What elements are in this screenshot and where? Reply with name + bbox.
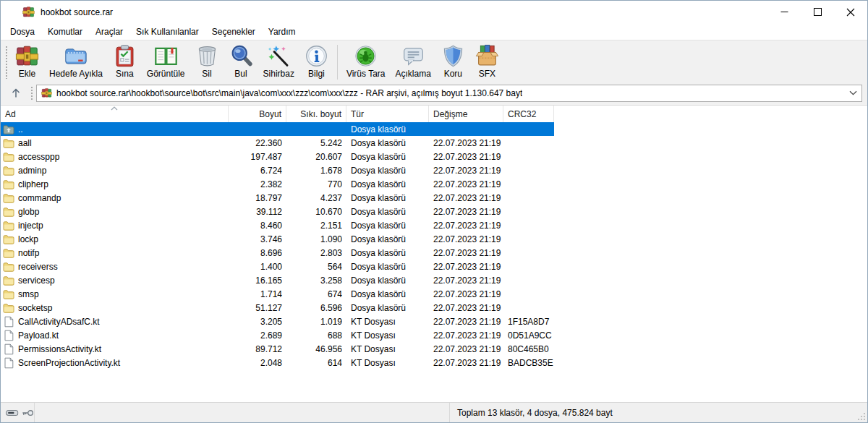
toolbar-button-label: Bul — [234, 69, 247, 79]
file-row-smsp[interactable]: smsp1.714674Dosya klasörü22.07.2023 21:1… — [1, 287, 554, 301]
column-header-ad[interactable]: Ad — [1, 106, 229, 122]
menu-item-se-enekler[interactable]: Seçenekler — [205, 25, 262, 39]
file-row-screenprojectionactivity-kt[interactable]: ScreenProjectionActivity.kt2.048614KT Do… — [1, 356, 554, 369]
type-text: Dosya klasörü — [351, 124, 406, 134]
file-row-clipherp[interactable]: clipherp2.382770Dosya klasörü22.07.2023 … — [1, 177, 554, 191]
file-row-payload-kt[interactable]: Payload.kt2.689688KT Dosyası22.07.2023 2… — [1, 328, 554, 342]
chevron-down-icon[interactable] — [849, 90, 857, 95]
toolbar-button-hedefe-ay-kla[interactable]: Hedefe Ayıkla — [44, 42, 108, 82]
file-row-commandp[interactable]: commandp18.7974.237Dosya klasörü22.07.20… — [1, 191, 554, 205]
name-text: lockp — [18, 234, 38, 244]
type-text: Dosya klasörü — [351, 248, 406, 258]
disk-icon[interactable] — [6, 408, 19, 418]
toolbar-button-label: Sına — [116, 69, 134, 79]
modified-cell: 22.07.2023 21:19 — [429, 260, 503, 273]
crc-cell: 1F15A8D7 — [503, 315, 554, 328]
column-header-boyut[interactable]: Boyut — [229, 106, 286, 122]
size-text: 8.696 — [260, 248, 282, 258]
file-row-receiverss[interactable]: receiverss1.400564Dosya klasörü22.07.202… — [1, 260, 554, 273]
file-row-adminp[interactable]: adminp6.7241.678Dosya klasörü22.07.2023 … — [1, 163, 554, 177]
file-row-aall[interactable]: aall22.3605.242Dosya klasörü22.07.2023 2… — [1, 136, 554, 150]
type-text: KT Dosyası — [351, 358, 396, 368]
file-row-permissionsactivity-kt[interactable]: PermissionsActivity.kt89.71246.956KT Dos… — [1, 342, 554, 356]
menu-item-ara-lar[interactable]: Araçlar — [89, 25, 129, 39]
resize-grip[interactable] — [856, 411, 866, 421]
toolbar-button-vir-s-tara[interactable]: Virüs Tara — [341, 42, 391, 82]
toolbar-button-a-klama[interactable]: Açıklama — [390, 42, 435, 82]
modified-text: 22.07.2023 21:19 — [433, 262, 501, 272]
type-text: Dosya klasörü — [351, 275, 406, 286]
modified-text: 22.07.2023 21:19 — [433, 303, 501, 313]
name-cell: ScreenProjectionActivity.kt — [1, 356, 229, 369]
name-text: socketsp — [18, 303, 52, 313]
column-header-de-i-me[interactable]: Değişme — [429, 106, 503, 122]
modified-text: 22.07.2023 21:19 — [433, 248, 501, 258]
size-cell: 18.797 — [229, 191, 286, 205]
folder-icon — [3, 234, 14, 245]
up-one-level-button[interactable] — [4, 85, 28, 102]
key-icon[interactable] — [22, 408, 35, 418]
packed-cell: 10.670 — [286, 205, 346, 218]
toolbar-button-s-na[interactable]: Sına — [108, 42, 142, 82]
name-text: accessppp — [18, 152, 59, 162]
packed-cell: 1.090 — [286, 232, 346, 246]
modified-cell: 22.07.2023 21:19 — [429, 342, 503, 356]
view-icon — [154, 44, 178, 68]
toolbar-gripper[interactable] — [5, 46, 8, 79]
name-cell: notifp — [1, 246, 229, 260]
file-row-notifp[interactable]: notifp8.6962.803Dosya klasörü22.07.2023 … — [1, 246, 554, 260]
file-row-globp[interactable]: globp39.11210.670Dosya klasörü22.07.2023… — [1, 205, 554, 218]
crc-cell — [503, 218, 554, 232]
sfx-icon — [475, 44, 499, 68]
size-text: 1.714 — [260, 289, 282, 299]
maximize-button[interactable] — [801, 1, 834, 23]
modified-text: 22.07.2023 21:19 — [433, 275, 501, 286]
minimize-button[interactable] — [767, 1, 801, 23]
address-combobox[interactable]: hookbot source.rar\hookbot\source\bot\sr… — [36, 85, 862, 102]
menu-item-dosya[interactable]: Dosya — [4, 25, 41, 39]
toolbar-button-bilgi[interactable]: Bilgi — [299, 42, 333, 82]
toolbar-button-sfx[interactable]: SFX — [470, 42, 504, 82]
type-cell: Dosya klasörü — [346, 260, 429, 273]
packed-cell: 5.242 — [286, 136, 346, 150]
address-bar-gripper[interactable] — [30, 86, 33, 101]
toolbar-button-sil[interactable]: Sil — [190, 42, 224, 82]
column-header-t-r[interactable]: Tür — [346, 106, 429, 122]
toolbar-button-label: Sil — [202, 69, 211, 79]
menu-item-yard-m[interactable]: Yardım — [262, 25, 302, 39]
toolbar-button-sihirbaz[interactable]: Sihirbaz — [258, 42, 299, 82]
crc-cell: BADCB35E — [503, 356, 554, 369]
menu-item-s-k-kullan-lanlar[interactable]: Sık Kullanılanlar — [129, 25, 205, 39]
window-controls — [767, 1, 867, 23]
file-row-lockp[interactable]: lockp3.7461.090Dosya klasörü22.07.2023 2… — [1, 232, 554, 246]
size-cell: 22.360 — [229, 136, 286, 150]
type-text: Dosya klasörü — [351, 234, 406, 244]
packed-text: 3.258 — [320, 275, 342, 286]
folder-up-icon — [3, 124, 14, 135]
name-cell: lockp — [1, 232, 229, 246]
file-row-socketsp[interactable]: socketsp51.1276.596Dosya klasörü22.07.20… — [1, 301, 554, 315]
file-row-[interactable]: ..Dosya klasörü — [1, 122, 554, 136]
column-header-crc32[interactable]: CRC32 — [503, 106, 554, 122]
folder-icon — [3, 261, 14, 273]
size-text: 197.487 — [251, 152, 282, 162]
file-row-servicesp[interactable]: servicesp16.1653.258Dosya klasörü22.07.2… — [1, 273, 554, 287]
toolbar-button-ekle[interactable]: Ekle — [10, 42, 44, 82]
file-row-injectp[interactable]: injectp8.4602.151Dosya klasörü22.07.2023… — [1, 218, 554, 232]
folder-icon — [3, 247, 14, 259]
file-row-accessppp[interactable]: accessppp197.48720.607Dosya klasörü22.07… — [1, 150, 554, 163]
toolbar-button-g-r-nt-le[interactable]: Görüntüle — [142, 42, 190, 82]
file-row-callactivityadsafc-kt[interactable]: CallActivityADsafC.kt3.2051.019KT Dosyas… — [1, 315, 554, 328]
menu-item-komutlar[interactable]: Komutlar — [41, 25, 89, 39]
packed-text: 2.151 — [320, 221, 342, 231]
packed-text: 1.678 — [320, 166, 342, 176]
column-header-s-k-boyut[interactable]: Sıkı. boyut — [286, 106, 346, 122]
modified-cell: 22.07.2023 21:19 — [429, 191, 503, 205]
rar-icon — [15, 44, 39, 68]
close-button[interactable] — [834, 1, 867, 23]
size-cell: 3.205 — [229, 315, 286, 328]
crc-cell — [503, 191, 554, 205]
toolbar-button-bul[interactable]: Bul — [224, 42, 258, 82]
folder-icon — [3, 302, 14, 314]
toolbar-button-koru[interactable]: Koru — [436, 42, 470, 82]
